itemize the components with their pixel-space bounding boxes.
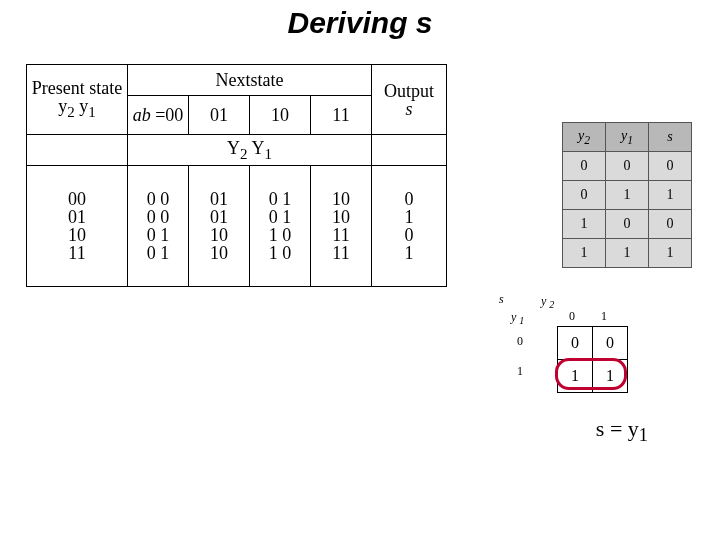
state-row: 00 01 10 11 0 0 0 0 0 1 0 1 01 01 10 10 …	[27, 166, 447, 287]
outputs: 0 1 0 1	[372, 166, 447, 287]
kmap-row-var: y 1	[511, 310, 524, 326]
ns-ab11: 10 10 11 11	[311, 166, 372, 287]
kmap-cell: 0	[558, 327, 593, 360]
ns-ab01: 01 01 10 10	[189, 166, 250, 287]
kmap-col-h1: 1	[601, 309, 607, 324]
ns-ab10: 0 1 0 1 1 0 1 0	[250, 166, 311, 287]
tt-h-y1: y1	[606, 123, 649, 152]
present-states: 00 01 10 11	[27, 166, 128, 287]
ab-00-col: ab =00	[128, 96, 189, 135]
ab-01-col: 01	[189, 96, 250, 135]
tt-row: 0 0 0	[563, 152, 692, 181]
ns-ab00: 0 0 0 0 0 1 0 1	[128, 166, 189, 287]
result-equation: s = y1	[596, 416, 648, 446]
kmap-cell: 1	[593, 360, 628, 393]
output-header: Output s	[372, 65, 447, 135]
nextstate-header: Nextstate	[128, 65, 372, 96]
kmap-cell: 1	[558, 360, 593, 393]
tt-row: 0 1 1	[563, 181, 692, 210]
page-title: Deriving s	[0, 6, 720, 40]
y2y1-header: Y2 Y1	[128, 135, 372, 166]
kmap-col-var: y 2	[541, 294, 554, 310]
tt-h-y2: y2	[563, 123, 606, 152]
state-table: Present state y2 y1 Nextstate Output s a…	[26, 64, 447, 287]
kmap-col-h0: 0	[569, 309, 575, 324]
y2y1-blank	[27, 135, 128, 166]
kmap-row-h1: 1	[517, 364, 523, 379]
present-state-header: Present state y2 y1	[27, 65, 128, 135]
tt-h-s: s	[649, 123, 692, 152]
ab-10-col: 10	[250, 96, 311, 135]
tt-row: 1 1 1	[563, 239, 692, 268]
ab-11-col: 11	[311, 96, 372, 135]
tt-row: 1 0 0	[563, 210, 692, 239]
kmap-output-label: s	[499, 292, 504, 307]
output-blank	[372, 135, 447, 166]
kmap-cell: 0	[593, 327, 628, 360]
kmap: s y 2 y 1 0 1 0 1 0 0 1 1	[529, 312, 628, 393]
kmap-row-h0: 0	[517, 334, 523, 349]
truth-table: y2 y1 s 0 0 0 0 1 1 1 0 0 1 1 1	[562, 122, 692, 268]
